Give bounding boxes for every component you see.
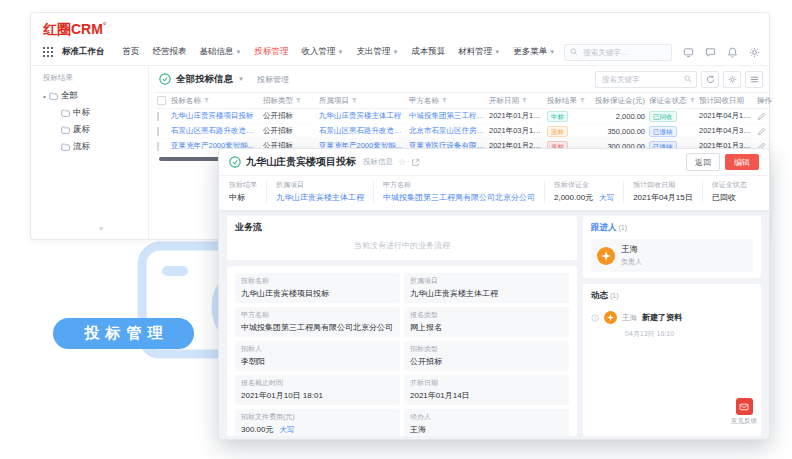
detail-field: 经办人王海 [404,409,569,436]
edit-row-icon[interactable] [757,112,773,121]
nav-item-6[interactable]: 支出管理▼ [356,46,398,58]
row-checkbox[interactable] [157,142,159,151]
apps-grid-icon[interactable] [43,47,53,57]
folder-open-icon [49,92,58,100]
edit-row-icon[interactable] [757,127,773,136]
feedback-widget[interactable]: 意见反馈 [731,398,757,426]
column-header-预计回收日期: 预计回收日期 [697,96,755,106]
workspace-switcher[interactable]: 标准工作台 [62,46,105,58]
nav-item-3[interactable]: 基础信息▼ [200,46,242,58]
bid-result-sidebar: 投标结果 • 全部 中标废标流标 « [31,66,149,239]
star-icon[interactable]: ☆ [398,157,406,167]
nav-item-1[interactable]: 首页 [123,46,140,58]
row-checkbox[interactable] [157,112,159,121]
detail-field: 甲方名称中城投集团第三工程局有限公司北京分公司 [235,307,400,337]
sidebar-item-all[interactable]: • 全部 [43,90,148,102]
followers-title[interactable]: 跟进人 [591,222,617,234]
field-value: 李朝阳 [241,356,394,367]
field-label: 投标名称 [241,276,394,286]
nav-item-2[interactable]: 经营报表 [153,46,187,58]
nav-item-4[interactable]: 投标管理 [254,46,288,58]
global-search-input[interactable] [581,47,666,58]
summary-value: 2021年04月15日 [633,192,693,203]
uppercase-link[interactable]: 大写 [599,193,614,202]
nav-item-label: 成本预算 [411,46,445,58]
sidebar-item-中标[interactable]: 中标 [43,107,148,119]
detail-subtitle: 投标信息 [363,157,393,167]
sidebar-item-label: 中标 [73,107,90,119]
nav-item-label: 收入管理 [301,46,335,58]
project-link[interactable]: 石景山区黑石路升改造工程 [317,126,407,136]
field-label: 报名截止时间 [241,378,394,388]
message-icon[interactable] [705,47,716,58]
summary-value[interactable]: 中城投集团第三工程局有限公司北京分公司 [383,192,535,203]
folder-icon [61,109,70,117]
refresh-button[interactable] [701,71,719,88]
brand-logo[interactable]: 红圈CRM° [43,20,106,39]
tree-bullet: • [43,92,46,101]
nav-item-label: 基础信息 [200,46,234,58]
search-icon[interactable] [684,75,692,83]
filter-funnel-icon[interactable] [579,97,586,104]
project-link[interactable]: 九华山庄贵宾楼主体工程 [317,111,407,121]
summary-value[interactable]: 九华山庄贵宾楼主体工程 [276,192,364,203]
summary-label: 预计回收日期 [633,180,693,190]
party-link[interactable]: 北京市石景山区住房和城... [407,126,487,136]
sidebar-item-流标[interactable]: 流标 [43,141,148,153]
bid-name-link[interactable]: 石景山区黑石路升改造工程 [169,126,261,136]
chevron-down-icon: ▼ [494,49,500,55]
sidebar-item-label: 废标 [73,124,90,136]
back-button[interactable]: 返回 [686,153,720,171]
main-nav: 标准工作台 首页经营报表基础信息▼投标管理收入管理▼支出管理▼成本预算材料管理▼… [31,42,769,62]
filter-funnel-icon[interactable] [351,97,358,104]
nav-item-7[interactable]: 成本预算 [411,46,445,58]
edit-button[interactable]: 编辑 [725,154,759,170]
sidebar-collapse-handle[interactable]: « [99,224,103,233]
column-header-所属项目: 所属项目 [317,96,407,106]
nav-item-9[interactable]: 更多菜单▼ [513,46,555,58]
workbench-icon[interactable] [683,47,694,58]
table-row[interactable]: 九华山庄贵宾楼项目投标公开招标九华山庄贵宾楼主体工程中城投集团第三工程局有...… [155,109,769,124]
view-title[interactable]: 全部投标信息 [176,73,233,86]
field-value: 300.00元大写 [241,424,394,435]
bid-name-link[interactable]: 九华山庄贵宾楼项目投标 [169,111,261,121]
list-search[interactable] [595,71,697,88]
column-label: 招标类型 [263,96,293,106]
filter-funnel-icon[interactable] [295,97,302,104]
field-value[interactable]: 九华山庄贵宾楼主体工程 [410,288,563,299]
feedback-envelope-icon[interactable] [736,398,753,415]
chevron-down-icon[interactable]: ▼ [238,76,244,82]
filter-funnel-icon[interactable] [521,97,528,104]
party-link[interactable]: 中城投集团第三工程局有... [407,111,487,121]
sidebar-item-废标[interactable]: 废标 [43,124,148,136]
field-value: 2021年01月14日 [410,390,563,401]
field-value[interactable]: 王海 [410,424,563,435]
follower-item[interactable]: 王海 负责人 [591,239,753,272]
chevron-down-icon: ▼ [549,49,555,55]
nav-item-8[interactable]: 材料管理▼ [458,46,500,58]
result-badge: 流标 [545,126,591,137]
nav-item-5[interactable]: 收入管理▼ [301,46,343,58]
uppercase-link[interactable]: 大写 [279,425,294,434]
settings-button[interactable] [723,71,741,88]
menu-button[interactable] [745,71,763,88]
field-label: 招标类型 [410,344,563,354]
select-all-checkbox[interactable] [157,96,166,105]
table-row[interactable]: 石景山区黑石路升改造工程公开招标石景山区黑石路升改造工程北京市石景山区住房和城.… [155,124,769,139]
gear-icon[interactable] [749,47,760,58]
bell-icon[interactable] [727,47,738,58]
filter-funnel-icon[interactable] [689,97,696,104]
filter-funnel-icon[interactable] [441,97,448,104]
expand-icon[interactable] [411,158,420,167]
followers-count: (1) [619,224,628,231]
search-icon [570,48,578,56]
summary-value: 2,000.00元大写 [554,192,614,203]
field-value[interactable]: 中城投集团第三工程局有限公司北京分公司 [241,322,394,333]
global-search[interactable] [564,44,672,61]
column-header-开标日期: 开标日期 [487,96,545,106]
activity-title[interactable]: 动态 [591,290,608,302]
summary-value: 中标 [229,192,257,203]
row-checkbox[interactable] [157,127,159,136]
filter-funnel-icon[interactable] [203,97,210,104]
list-search-input[interactable] [600,74,681,85]
